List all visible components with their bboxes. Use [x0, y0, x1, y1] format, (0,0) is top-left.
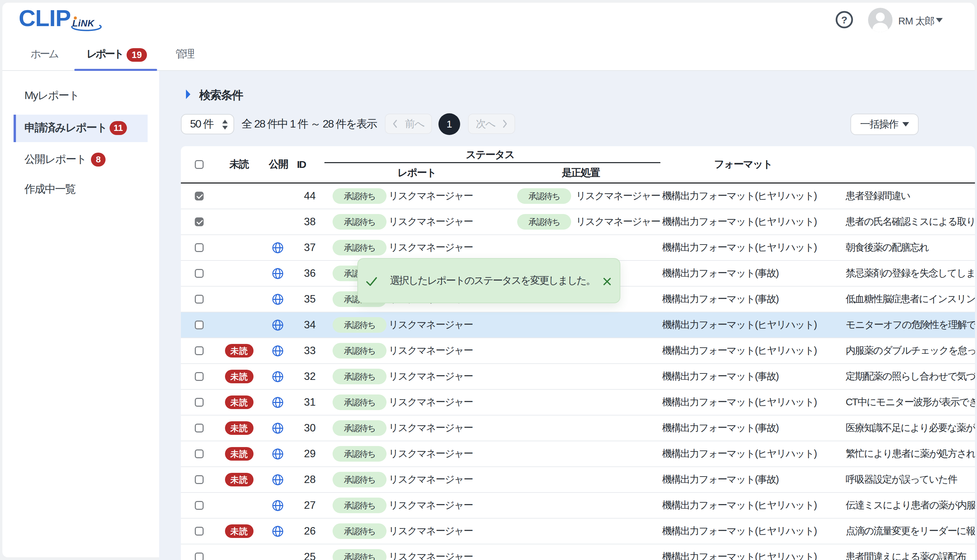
- svg-text:?: ?: [841, 14, 847, 25]
- svg-text:LiNK: LiNK: [72, 18, 95, 28]
- svg-text:CLIP: CLIP: [19, 5, 70, 31]
